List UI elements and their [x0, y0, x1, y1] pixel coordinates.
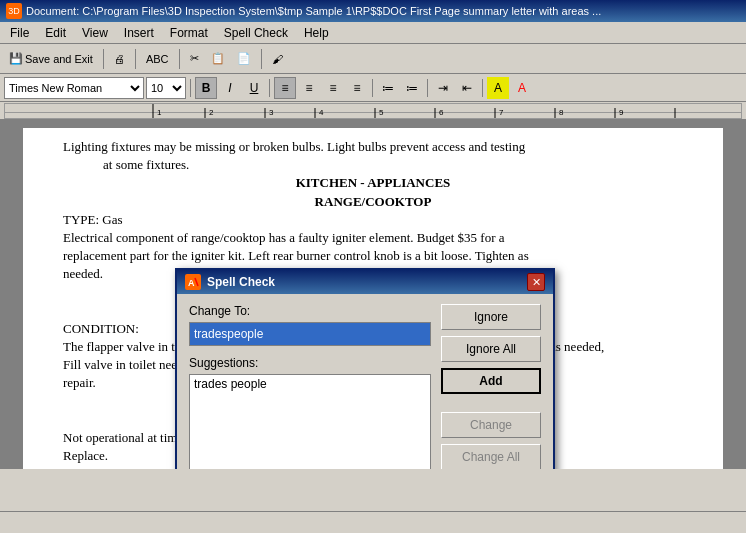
- cut-button[interactable]: ✂: [185, 47, 204, 71]
- svg-text:2: 2: [209, 108, 214, 117]
- font-select[interactable]: Times New Roman: [4, 77, 144, 99]
- svg-text:5: 5: [379, 108, 384, 117]
- outdent-button[interactable]: ⇤: [456, 77, 478, 99]
- align-right-button[interactable]: ≡: [322, 77, 344, 99]
- format-painter-icon: 🖌: [272, 53, 283, 65]
- change-label: Change: [470, 418, 512, 432]
- print-button[interactable]: 🖨: [109, 47, 130, 71]
- svg-text:7: 7: [499, 108, 504, 117]
- dialog-title-content: A Spell Check: [185, 274, 275, 290]
- format-separator-5: [482, 79, 483, 97]
- paste-button[interactable]: 📄: [232, 47, 256, 71]
- format-painter-button[interactable]: 🖌: [267, 47, 288, 71]
- menu-view[interactable]: View: [74, 24, 116, 42]
- dialog-left-panel: Change To: Suggestions: trades people: [189, 304, 431, 469]
- dialog-titlebar: A Spell Check ✕: [177, 270, 553, 294]
- suggestions-label: Suggestions:: [189, 356, 431, 370]
- dialog-title-icon: A: [185, 274, 201, 290]
- app-icon: 3D: [6, 3, 22, 19]
- spacer: [441, 400, 541, 406]
- document-area: Lighting fixtures may be missing or brok…: [0, 120, 746, 469]
- format-separator-3: [372, 79, 373, 97]
- suggestion-item-0[interactable]: trades people: [190, 375, 430, 393]
- highlight-button[interactable]: A: [487, 77, 509, 99]
- format-separator-1: [190, 79, 191, 97]
- print-icon: 🖨: [114, 53, 125, 65]
- svg-text:1: 1: [157, 108, 162, 117]
- font-size-select[interactable]: 10: [146, 77, 186, 99]
- spell-icon: ABC: [146, 53, 169, 65]
- dialog-title-text: Spell Check: [207, 275, 275, 289]
- save-icon: 💾: [9, 52, 23, 65]
- menu-file[interactable]: File: [2, 24, 37, 42]
- suggestions-list[interactable]: trades people: [189, 374, 431, 469]
- menu-spellcheck[interactable]: Spell Check: [216, 24, 296, 42]
- underline-button[interactable]: U: [243, 77, 265, 99]
- numbered-list-button[interactable]: ≔: [401, 77, 423, 99]
- toolbar-separator-2: [135, 49, 136, 69]
- svg-text:A: A: [188, 278, 195, 288]
- dialog-body: Change To: Suggestions: trades people Ig…: [177, 294, 553, 469]
- change-to-input[interactable]: [189, 322, 431, 346]
- toolbar-separator-3: [179, 49, 180, 69]
- change-all-button[interactable]: Change All: [441, 444, 541, 469]
- svg-text:4: 4: [319, 108, 324, 117]
- dialog-close-button[interactable]: ✕: [527, 273, 545, 291]
- save-exit-label: Save and Exit: [25, 53, 93, 65]
- save-exit-button[interactable]: 💾 Save and Exit: [4, 47, 98, 71]
- spellcheck-dialog: A Spell Check ✕ Change To: Suggestions: …: [175, 268, 555, 469]
- copy-button[interactable]: 📋: [206, 47, 230, 71]
- menu-edit[interactable]: Edit: [37, 24, 74, 42]
- menu-format[interactable]: Format: [162, 24, 216, 42]
- svg-text:9: 9: [619, 108, 624, 117]
- paste-icon: 📄: [237, 52, 251, 65]
- change-button[interactable]: Change: [441, 412, 541, 438]
- dialog-right-panel: Ignore Ignore All Add Change Change All …: [441, 304, 541, 469]
- ignore-button[interactable]: Ignore: [441, 304, 541, 330]
- bullet-list-button[interactable]: ≔: [377, 77, 399, 99]
- svg-line-20: [195, 278, 198, 286]
- align-center-button[interactable]: ≡: [298, 77, 320, 99]
- toolbar: 💾 Save and Exit 🖨 ABC ✂ 📋 📄 🖌: [0, 44, 746, 74]
- svg-text:3: 3: [269, 108, 274, 117]
- ignore-all-button[interactable]: Ignore All: [441, 336, 541, 362]
- add-button[interactable]: Add: [441, 368, 541, 394]
- svg-text:6: 6: [439, 108, 444, 117]
- bold-button[interactable]: B: [195, 77, 217, 99]
- change-all-label: Change All: [462, 450, 520, 464]
- toolbar-separator-4: [261, 49, 262, 69]
- align-left-button[interactable]: ≡: [274, 77, 296, 99]
- spell-button[interactable]: ABC: [141, 47, 174, 71]
- menu-insert[interactable]: Insert: [116, 24, 162, 42]
- format-separator-2: [269, 79, 270, 97]
- ruler: 1 2 3 4 5 6 7 8 9: [0, 102, 746, 120]
- dialog-overlay: A Spell Check ✕ Change To: Suggestions: …: [0, 120, 746, 469]
- copy-icon: 📋: [211, 52, 225, 65]
- align-justify-button[interactable]: ≡: [346, 77, 368, 99]
- indent-button[interactable]: ⇥: [432, 77, 454, 99]
- change-to-label: Change To:: [189, 304, 431, 318]
- status-bar: [0, 511, 746, 533]
- font-color-button[interactable]: A: [511, 77, 533, 99]
- menu-bar: File Edit View Insert Format Spell Check…: [0, 22, 746, 44]
- italic-button[interactable]: I: [219, 77, 241, 99]
- svg-text:8: 8: [559, 108, 564, 117]
- format-separator-4: [427, 79, 428, 97]
- toolbar-separator-1: [103, 49, 104, 69]
- window-title: Document: C:\Program Files\3D Inspection…: [26, 5, 740, 17]
- cut-icon: ✂: [190, 52, 199, 65]
- format-bar: Times New Roman 10 B I U ≡ ≡ ≡ ≡ ≔ ≔ ⇥ ⇤…: [0, 74, 746, 102]
- title-bar: 3D Document: C:\Program Files\3D Inspect…: [0, 0, 746, 22]
- menu-help[interactable]: Help: [296, 24, 337, 42]
